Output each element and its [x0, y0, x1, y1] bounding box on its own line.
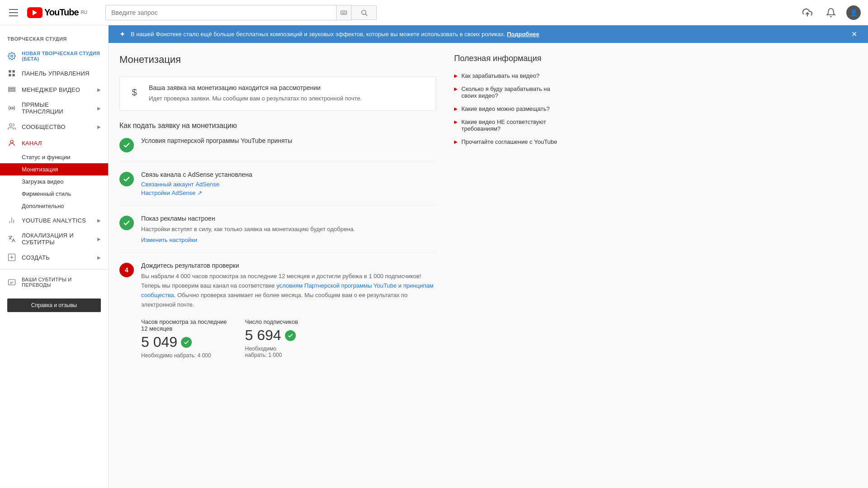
step3-check-icon: [119, 216, 134, 230]
svg-rect-14: [9, 74, 11, 76]
sidebar-sub-item-brand[interactable]: Фирменный стиль: [0, 188, 108, 200]
video-manager-label: МЕНЕДЖЕР ВИДЕО: [22, 86, 80, 93]
info-item-5[interactable]: ▶ Прочитайте соглашение с YouTube: [454, 138, 563, 145]
community-arrow: ▶: [97, 124, 101, 129]
watch-hours-label: Часов просмотра за последние12 месяцев: [141, 318, 227, 332]
localization-icon: [7, 234, 16, 243]
sidebar-sub-item-upload[interactable]: Загрузка видео: [0, 175, 108, 188]
info-item-3[interactable]: ▶ Какие видео можно размещать?: [454, 105, 563, 112]
how-to-title: Как подать заявку на монетизацию: [119, 122, 436, 130]
svg-rect-0: [341, 11, 346, 14]
svg-rect-3: [344, 12, 345, 12]
dashboard-label: ПАНЕЛЬ УПРАВЛЕНИЯ: [22, 70, 90, 77]
header: YouTubeRU 👤: [0, 0, 868, 25]
keyboard-icon[interactable]: [336, 5, 351, 20]
video-manager-arrow: ▶: [97, 87, 101, 92]
create-icon: [7, 253, 16, 262]
sidebar-sub-item-status[interactable]: Статус и функции: [0, 151, 108, 163]
feedback-button[interactable]: Справка и отзывы: [7, 298, 101, 312]
step2-content: Связь канала с AdSense установлена Связа…: [141, 171, 436, 196]
svg-rect-15: [13, 74, 15, 76]
banner-close-button[interactable]: ✕: [851, 30, 857, 38]
adsense-settings-link[interactable]: Настройки AdSense ↗: [141, 190, 202, 196]
info-item-2[interactable]: ▶ Сколько я буду зарабатывать на своих в…: [454, 85, 563, 99]
analytics-icon: [7, 216, 16, 225]
sidebar-item-subtitles[interactable]: ВАШИ СУБТИТРЫ И ПЕРЕВОДЫ: [0, 273, 108, 291]
svg-rect-18: [9, 90, 15, 91]
live-arrow: ▶: [97, 106, 101, 111]
subscribers-sub: Необходимонабрать: 1 000: [245, 346, 298, 358]
sidebar-item-video-manager[interactable]: МЕНЕДЖЕР ВИДЕО ▶: [0, 81, 108, 98]
upload-button[interactable]: [799, 5, 816, 21]
brand-label: Фирменный стиль: [22, 190, 71, 197]
info-item-1[interactable]: ▶ Как зарабатывать на видео?: [454, 72, 563, 79]
step2-title: Связь канала с AdSense установлена: [141, 171, 436, 178]
sidebar-item-live[interactable]: ПРЯМЫЕ ТРАНСЛЯЦИИ ▶: [0, 98, 108, 118]
hamburger-menu[interactable]: [7, 7, 20, 18]
logo-text: YouTube: [44, 7, 79, 18]
svg-line-9: [365, 14, 367, 16]
sidebar-item-channel[interactable]: КАНАЛ: [0, 135, 108, 151]
partner-program-link[interactable]: условиям Партнерской программы YouTube: [276, 282, 397, 289]
youtube-logo[interactable]: YouTubeRU: [27, 7, 87, 18]
info-banner: ✦ В нашей Фонотеке стало ещё больше бесп…: [109, 25, 868, 43]
step2-check-icon: [119, 172, 134, 186]
sidebar-item-community[interactable]: СООБЩЕСТВО ▶: [0, 118, 108, 135]
svg-point-8: [361, 10, 365, 14]
sidebar-item-analytics[interactable]: YOUTUBE ANALYTICS ▶: [0, 212, 108, 228]
step-4: 4 Дождитесь результатов проверки Вы набр…: [119, 262, 436, 368]
search-button[interactable]: [351, 5, 377, 20]
svg-rect-16: [9, 87, 15, 88]
svg-rect-2: [343, 12, 343, 12]
video-manager-icon: [7, 85, 16, 94]
sidebar-sub-item-advanced[interactable]: Дополнительно: [0, 200, 108, 212]
step-2: Связь канала с AdSense установлена Связа…: [119, 171, 436, 206]
page-title: Монетизация: [119, 54, 436, 66]
info-text-5: Прочитайте соглашение с YouTube: [461, 138, 557, 145]
banner-link[interactable]: Подробнее: [507, 31, 540, 38]
user-avatar[interactable]: 👤: [846, 5, 861, 20]
community-icon: [7, 122, 16, 131]
step3-desc: Настройки вступят в силу, как только зая…: [141, 225, 436, 234]
step4-number-icon: 4: [119, 263, 134, 277]
watch-hours-check-icon: [181, 337, 192, 348]
sidebar-item-create[interactable]: СОЗДАТЬ ▶: [0, 249, 108, 265]
create-label: СОЗДАТЬ: [22, 254, 50, 261]
change-settings-link[interactable]: Изменить настройки: [141, 237, 197, 243]
sidebar-sub-item-monetization[interactable]: Монетизация: [0, 163, 108, 175]
svg-point-20: [9, 123, 12, 126]
banner-text: В нашей Фонотеке стало ещё больше беспла…: [131, 31, 846, 38]
info-item-4[interactable]: ▶ Какие видео НЕ соответствуют требовани…: [454, 118, 563, 132]
svg-rect-5: [342, 13, 342, 13]
status-title: Ваша заявка на монетизацию находится на …: [149, 84, 362, 91]
watch-hours-value: 5 049: [141, 334, 227, 351]
page-area: Монетизация $ Ваша заявка на монетизацию…: [109, 43, 868, 388]
step-3: Показ рекламы настроен Настройки вступят…: [119, 215, 436, 253]
sidebar-item-localization[interactable]: ЛОКАЛИЗАЦИЯ И СУБТИТРЫ ▶: [0, 228, 108, 249]
sidebar-item-new-studio[interactable]: НОВАЯ ТВОРЧЕСКАЯ СТУДИЯ (БЕТА): [0, 47, 108, 65]
info-text-2: Сколько я буду зарабатывать на своих вид…: [461, 85, 563, 99]
search-input[interactable]: [106, 5, 336, 20]
info-arrow-3: ▶: [454, 106, 458, 111]
step-1: Условия партнерской программы YouTube пр…: [119, 137, 436, 162]
main-content: ✦ В нашей Фонотеке стало ещё больше бесп…: [109, 25, 868, 388]
stats-grid: Часов просмотра за последние12 месяцев 5…: [141, 318, 436, 359]
sidebar-item-dashboard[interactable]: ПАНЕЛЬ УПРАВЛЕНИЯ: [0, 65, 108, 81]
header-right: 👤: [799, 5, 861, 21]
svg-point-21: [10, 140, 13, 143]
search-bar: [105, 5, 377, 20]
notifications-button[interactable]: [823, 5, 839, 21]
monetization-label: Монетизация: [22, 166, 58, 173]
subscribers-value: 5 694: [245, 327, 298, 344]
info-sidebar-title: Полезная информация: [454, 54, 563, 63]
adsense-account-link[interactable]: Связанный аккаунт AdSense: [141, 181, 219, 188]
localization-arrow: ▶: [97, 237, 101, 242]
create-arrow: ▶: [97, 255, 101, 260]
live-label: ПРЯМЫЕ ТРАНСЛЯЦИИ: [22, 101, 92, 115]
status-description: Идет проверка заявки. Мы сообщим вам о р…: [149, 94, 362, 103]
info-text-3: Какие видео можно размещать?: [461, 105, 550, 112]
sidebar-title: ТВОРЧЕСКАЯ СТУДИЯ: [0, 33, 108, 47]
svg-rect-13: [13, 70, 15, 72]
status-label: Статус и функции: [22, 154, 70, 161]
info-text-1: Как зарабатывать на видео?: [461, 72, 540, 79]
